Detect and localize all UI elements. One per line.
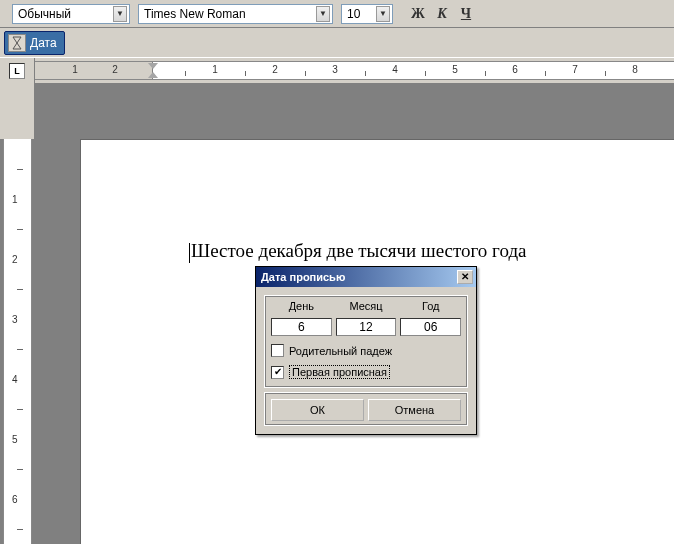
- year-input[interactable]: 06: [400, 318, 461, 336]
- ruler-tick: 2: [272, 64, 278, 75]
- ruler-tick: 6: [512, 64, 518, 75]
- ruler-left-margin: [35, 62, 153, 79]
- ruler-tick: 7: [572, 64, 578, 75]
- first-line-indent-marker[interactable]: [148, 63, 158, 69]
- ruler-row: L 1 2 1 2 3 4 5 6 7 8: [0, 58, 674, 84]
- underline-button[interactable]: Ч: [455, 3, 477, 25]
- document-text-content: Шестое декабря две тысячи шестого года: [191, 240, 527, 261]
- ruler-gap: [0, 84, 35, 139]
- cancel-button[interactable]: Отмена: [368, 399, 461, 421]
- first-upper-row: Первая прописная: [271, 365, 461, 379]
- dialog-button-row: ОК Отмена: [264, 392, 468, 426]
- bold-button[interactable]: Ж: [407, 3, 429, 25]
- document-text[interactable]: Шестое декабря две тысячи шестого года: [189, 240, 527, 263]
- ruler-tick: 5: [12, 434, 18, 445]
- month-input[interactable]: 12: [336, 318, 397, 336]
- italic-button[interactable]: К: [431, 3, 453, 25]
- ruler-tick: 4: [12, 374, 18, 385]
- dialog-title: Дата прописью: [261, 271, 345, 283]
- style-select-value: Обычный: [15, 7, 113, 21]
- font-select-value: Times New Roman: [141, 7, 316, 21]
- tab-type-indicator: L: [9, 63, 25, 79]
- chevron-down-icon: ▼: [113, 6, 127, 22]
- date-dialog: Дата прописью ✕ День Месяц Год 6 12 06 Р…: [255, 266, 477, 435]
- formatting-toolbar: Обычный ▼ Times New Roman ▼ 10 ▼ Ж К Ч: [0, 0, 674, 28]
- vertical-ruler[interactable]: 1 2 3 4 5 6 7: [3, 139, 32, 544]
- ruler-tick: 1: [212, 64, 218, 75]
- ruler-tick: 3: [12, 314, 18, 325]
- custom-toolbar: Дата: [0, 28, 674, 58]
- hourglass-icon: [8, 34, 26, 52]
- ruler-tick: 1: [12, 194, 18, 205]
- date-button-label: Дата: [30, 36, 57, 50]
- ruler-tick: 8: [632, 64, 638, 75]
- day-input[interactable]: 6: [271, 318, 332, 336]
- style-select[interactable]: Обычный ▼: [12, 4, 130, 24]
- ruler-corner[interactable]: L: [0, 58, 35, 84]
- genitive-case-row: Родительный падеж: [271, 344, 461, 357]
- text-cursor: [189, 243, 190, 263]
- year-label: Год: [400, 300, 461, 314]
- ok-button[interactable]: ОК: [271, 399, 364, 421]
- close-icon: ✕: [461, 272, 469, 282]
- first-upper-checkbox[interactable]: [271, 366, 284, 379]
- ruler-tick: 2: [12, 254, 18, 265]
- ruler-tick: 6: [12, 494, 18, 505]
- font-select[interactable]: Times New Roman ▼: [138, 4, 333, 24]
- ruler-tick: 5: [452, 64, 458, 75]
- hanging-indent-marker[interactable]: [148, 72, 158, 78]
- dialog-body: День Месяц Год 6 12 06 Родительный падеж…: [256, 287, 476, 434]
- month-label: Месяц: [336, 300, 397, 314]
- ruler-tick: 3: [332, 64, 338, 75]
- day-label: День: [271, 300, 332, 314]
- font-size-select[interactable]: 10 ▼: [341, 4, 393, 24]
- vertical-ruler-column: 1 2 3 4 5 6 7: [0, 84, 35, 544]
- genitive-case-checkbox[interactable]: [271, 344, 284, 357]
- first-upper-label: Первая прописная: [289, 365, 390, 379]
- dialog-titlebar[interactable]: Дата прописью ✕: [256, 267, 476, 287]
- genitive-case-label: Родительный падеж: [289, 345, 392, 357]
- chevron-down-icon: ▼: [376, 6, 390, 22]
- date-button[interactable]: Дата: [4, 31, 65, 55]
- font-style-group: Ж К Ч: [407, 3, 477, 25]
- ruler-tick: 1: [72, 64, 78, 75]
- chevron-down-icon: ▼: [316, 6, 330, 22]
- ruler-tick: 2: [112, 64, 118, 75]
- date-fieldset: День Месяц Год 6 12 06 Родительный падеж…: [264, 295, 468, 388]
- close-button[interactable]: ✕: [457, 270, 473, 284]
- font-size-value: 10: [344, 7, 376, 21]
- horizontal-ruler[interactable]: 1 2 1 2 3 4 5 6 7 8: [35, 61, 674, 80]
- ruler-tick: 4: [392, 64, 398, 75]
